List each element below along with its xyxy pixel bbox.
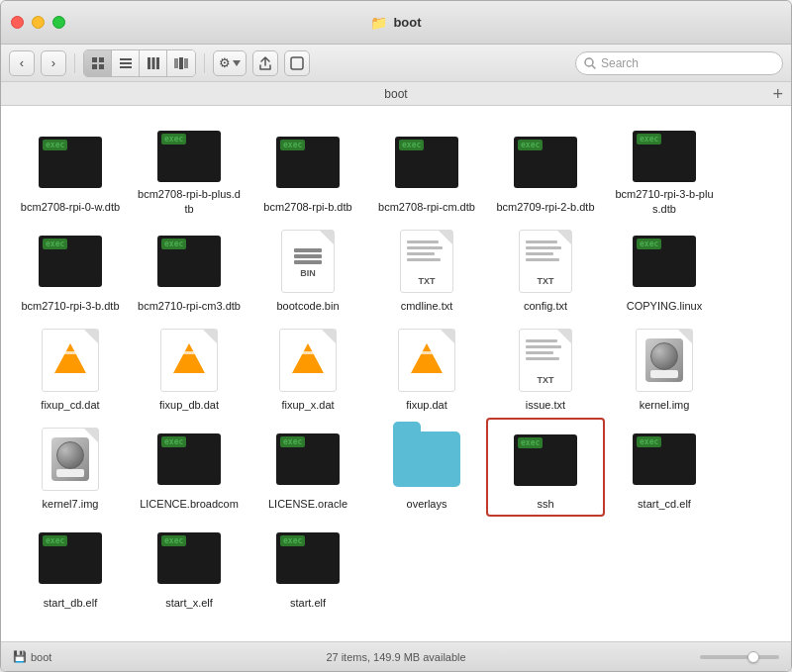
file-icon-wrap xyxy=(155,129,223,183)
list-item[interactable]: BIN bootcode.bin xyxy=(248,220,367,319)
exec-icon xyxy=(276,137,340,188)
file-icon-wrap xyxy=(512,428,579,493)
file-icon-wrap: TXT xyxy=(512,327,579,394)
share-button[interactable] xyxy=(252,50,278,76)
file-icon-wrap: TXT xyxy=(512,228,579,295)
arrange-button[interactable] xyxy=(284,50,310,76)
minimize-button[interactable] xyxy=(32,16,45,29)
bin-icon: BIN xyxy=(281,230,335,293)
close-button[interactable] xyxy=(11,16,24,29)
list-item[interactable]: kernel7.img xyxy=(11,418,130,517)
action-button[interactable]: ⚙ xyxy=(213,50,247,76)
list-item[interactable]: TXT issue.txt xyxy=(486,319,605,418)
vlc-icon xyxy=(160,329,218,392)
list-item[interactable]: LICENSE.oracle xyxy=(248,418,367,517)
exec-icon xyxy=(39,137,102,188)
file-icon-wrap: BIN xyxy=(274,228,342,295)
search-placeholder: Search xyxy=(601,56,639,70)
svg-rect-3 xyxy=(99,64,104,69)
list-item[interactable]: overlays xyxy=(367,418,486,517)
list-item[interactable]: bcm2710-rpi-cm3.dtb xyxy=(130,220,248,319)
list-item[interactable]: fixup_cd.dat xyxy=(11,319,130,418)
exec-icon xyxy=(276,532,340,584)
svg-rect-4 xyxy=(120,58,132,60)
file-label: bcm2710-rpi-3-b.dtb xyxy=(21,299,119,313)
list-item[interactable]: ssh xyxy=(486,418,605,517)
exec-icon xyxy=(633,433,696,485)
list-item[interactable]: bcm2710-rpi-3-b.dtb xyxy=(11,220,130,319)
view-icon-button[interactable] xyxy=(84,50,112,76)
svg-rect-1 xyxy=(99,57,104,62)
exec-icon xyxy=(157,131,221,182)
file-label: cmdline.txt xyxy=(401,299,453,313)
statusbar: 💾 boot 27 items, 149.9 MB available xyxy=(1,641,791,671)
list-item[interactable]: fixup.dat xyxy=(367,319,486,418)
statusbar-path: 💾 boot xyxy=(13,650,51,663)
list-item[interactable]: TXT cmdline.txt xyxy=(367,220,486,319)
folder-icon xyxy=(393,432,460,487)
list-item[interactable]: start.elf xyxy=(248,517,367,616)
file-icon-wrap xyxy=(37,525,104,592)
view-columns-button[interactable] xyxy=(140,50,167,76)
slider-thumb[interactable] xyxy=(747,651,759,663)
finder-window: 📁 boot ‹ › ⚙ xyxy=(0,0,792,672)
back-button[interactable]: ‹ xyxy=(9,50,35,76)
list-item[interactable]: fixup_db.dat xyxy=(130,319,248,418)
svg-rect-11 xyxy=(179,57,183,69)
file-icon-wrap xyxy=(274,525,342,592)
txt-icon: TXT xyxy=(519,230,572,293)
svg-point-14 xyxy=(585,58,593,66)
list-item[interactable]: bcm2708-rpi-cm.dtb xyxy=(367,121,486,220)
svg-rect-10 xyxy=(174,58,178,68)
add-folder-button[interactable]: + xyxy=(772,85,783,103)
disk-icon xyxy=(636,329,693,392)
list-item[interactable]: fixup_x.dat xyxy=(248,319,367,418)
file-list: bcm2708-rpi-0-w.dtb bcm2708-rpi-b-plus.d… xyxy=(1,106,791,641)
list-item[interactable]: start_x.elf xyxy=(130,517,248,616)
list-item[interactable]: bcm2708-rpi-0-w.dtb xyxy=(11,121,130,220)
search-box[interactable]: Search xyxy=(575,51,783,75)
vlc-icon xyxy=(279,329,337,392)
file-icon-wrap xyxy=(37,228,104,295)
forward-button[interactable]: › xyxy=(41,50,66,76)
list-item[interactable]: kernel.img xyxy=(605,319,724,418)
titlebar-title: 📁 boot xyxy=(370,15,421,31)
file-icon-wrap xyxy=(37,426,104,493)
zoom-slider[interactable] xyxy=(700,655,779,659)
svg-rect-8 xyxy=(151,57,154,69)
file-label: ssh xyxy=(537,497,553,511)
svg-line-15 xyxy=(593,65,596,68)
file-icon-wrap xyxy=(512,129,579,196)
file-icon-wrap xyxy=(631,426,698,493)
file-label: bcm2710-rpi-3-b-plus.dtb xyxy=(613,187,717,216)
exec-icon xyxy=(157,236,221,287)
file-icon-wrap xyxy=(393,426,460,493)
file-icon-wrap xyxy=(631,327,698,394)
list-item[interactable]: bcm2710-rpi-3-b-plus.dtb xyxy=(605,121,724,220)
list-item[interactable]: start_db.elf xyxy=(11,517,130,616)
list-item[interactable]: start_cd.elf xyxy=(605,418,724,517)
file-label: config.txt xyxy=(524,299,567,313)
svg-rect-6 xyxy=(120,66,132,68)
txt-icon: TXT xyxy=(400,230,453,293)
list-item[interactable]: LICENCE.broadcom xyxy=(130,418,248,517)
view-list-button[interactable] xyxy=(112,50,140,76)
statusbar-info: 27 items, 149.9 MB available xyxy=(326,651,465,663)
view-coverflow-button[interactable] xyxy=(167,50,195,76)
file-label: fixup_x.dat xyxy=(281,398,334,412)
list-item[interactable]: COPYING.linux xyxy=(605,220,724,319)
file-icon-wrap xyxy=(274,129,342,196)
slider-track[interactable] xyxy=(700,655,779,659)
maximize-button[interactable] xyxy=(52,16,65,29)
txt-icon: TXT xyxy=(519,329,572,392)
file-label: fixup.dat xyxy=(406,398,447,412)
list-item[interactable]: bcm2708-rpi-b.dtb xyxy=(248,121,367,220)
file-icon-wrap xyxy=(155,426,223,493)
list-item[interactable]: bcm2709-rpi-2-b.dtb xyxy=(486,121,605,220)
disk-icon xyxy=(42,428,99,491)
svg-rect-9 xyxy=(156,57,159,69)
list-item[interactable]: bcm2708-rpi-b-plus.dtb xyxy=(130,121,248,220)
file-label: start_db.elf xyxy=(44,596,97,610)
list-item[interactable]: TXT config.txt xyxy=(486,220,605,319)
vlc-icon xyxy=(42,329,99,392)
